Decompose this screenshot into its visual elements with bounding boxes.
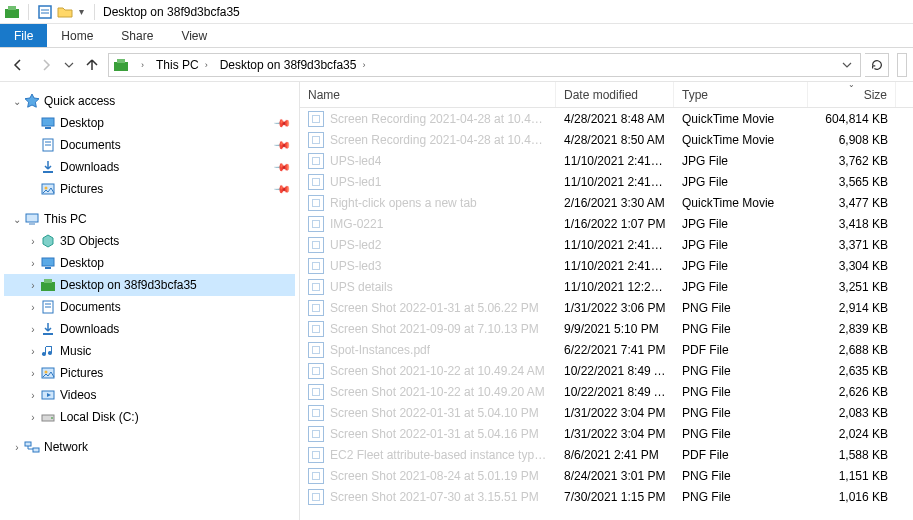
tab-file[interactable]: File [0, 24, 47, 47]
column-header-type[interactable]: Type [674, 82, 808, 107]
desktop-icon [40, 115, 56, 131]
nav-quick-access[interactable]: ⌄ Quick access [4, 90, 295, 112]
downloads-icon [40, 321, 56, 337]
file-row[interactable]: EC2 Fleet attribute-based instance type … [300, 444, 913, 465]
nav-this-pc-item[interactable]: ›3D Objects [4, 230, 295, 252]
nav-quick-access-item[interactable]: ›Desktop📌 [4, 112, 295, 134]
search-box[interactable] [897, 53, 907, 77]
desktop-icon [40, 255, 56, 271]
file-row[interactable]: Spot-Instances.pdf6/22/2021 7:41 PMPDF F… [300, 339, 913, 360]
file-row[interactable]: Screen Shot 2021-09-09 at 7.10.13 PM9/9/… [300, 318, 913, 339]
tab-view[interactable]: View [167, 24, 221, 47]
cell-size: 2,083 KB [808, 406, 896, 420]
recent-locations-dropdown[interactable] [62, 53, 76, 77]
file-row[interactable]: UPS-led411/10/2021 2:41 PMJPG File3,762 … [300, 150, 913, 171]
nav-this-pc-item[interactable]: ›Desktop [4, 252, 295, 274]
file-row[interactable]: Screen Shot 2021-10-22 at 10.49.20 AM10/… [300, 381, 913, 402]
nav-label: Downloads [60, 160, 119, 174]
expand-icon[interactable]: › [10, 442, 24, 453]
file-row[interactable]: UPS details11/10/2021 12:21 ...JPG File3… [300, 276, 913, 297]
file-row[interactable]: Screen Recording 2021-04-28 at 10.49.51 … [300, 129, 913, 150]
tab-home[interactable]: Home [47, 24, 107, 47]
expand-icon[interactable]: › [26, 258, 40, 269]
nav-label: Pictures [60, 366, 103, 380]
cell-date: 1/31/2022 3:04 PM [556, 427, 674, 441]
cell-size: 2,914 KB [808, 301, 896, 315]
cell-type: QuickTime Movie [674, 133, 808, 147]
file-row[interactable]: Screen Shot 2021-10-22 at 10.49.24 AM10/… [300, 360, 913, 381]
file-name: Screen Shot 2022-01-31 at 5.04.10 PM [330, 406, 539, 420]
cell-type: QuickTime Movie [674, 196, 808, 210]
folder-icon[interactable] [57, 4, 73, 20]
file-row[interactable]: Screen Recording 2021-04-28 at 10.44.05 … [300, 108, 913, 129]
file-name: Screen Shot 2022-01-31 at 5.06.22 PM [330, 301, 539, 315]
file-row[interactable]: UPS-led111/10/2021 2:41 PMJPG File3,565 … [300, 171, 913, 192]
back-button[interactable] [6, 53, 30, 77]
ribbon-tabs: File Home Share View [0, 24, 913, 48]
forward-button[interactable] [34, 53, 58, 77]
breadcrumb-current[interactable]: Desktop on 38f9d3bcfa35› [216, 58, 370, 72]
file-row[interactable]: Screen Shot 2022-01-31 at 5.04.10 PM1/31… [300, 402, 913, 423]
file-row[interactable]: Screen Shot 2022-01-31 at 5.04.16 PM1/31… [300, 423, 913, 444]
cell-size: 2,839 KB [808, 322, 896, 336]
nav-quick-access-item[interactable]: ›Pictures📌 [4, 178, 295, 200]
file-row[interactable]: Screen Shot 2021-08-24 at 5.01.19 PM8/24… [300, 465, 913, 486]
expand-icon[interactable]: › [26, 324, 40, 335]
column-header-size[interactable]: ⌄ Size [808, 82, 896, 107]
cell-type: PNG File [674, 406, 808, 420]
nav-this-pc-item[interactable]: ›Downloads [4, 318, 295, 340]
separator [28, 4, 29, 20]
properties-icon[interactable] [37, 4, 53, 20]
nav-label: Local Disk (C:) [60, 410, 139, 424]
file-row[interactable]: Screen Shot 2021-07-30 at 3.15.51 PM7/30… [300, 486, 913, 507]
breadcrumb-root[interactable]: › [133, 60, 148, 70]
column-header-date[interactable]: Date modified [556, 82, 674, 107]
file-row[interactable]: UPS-led311/10/2021 2:41 PMJPG File3,304 … [300, 255, 913, 276]
collapse-icon[interactable]: ⌄ [10, 96, 24, 107]
expand-icon[interactable]: › [26, 302, 40, 313]
qat-dropdown-icon[interactable]: ▾ [77, 6, 86, 17]
nav-group-quick-access: ⌄ Quick access ›Desktop📌›Documents📌›Down… [4, 90, 295, 200]
nav-network[interactable]: › Network [4, 436, 295, 458]
cell-type: PDF File [674, 448, 808, 462]
file-icon [308, 468, 324, 484]
nav-this-pc-item[interactable]: ›Documents [4, 296, 295, 318]
expand-icon[interactable]: › [26, 390, 40, 401]
nav-label: Documents [60, 138, 121, 152]
cell-type: JPG File [674, 154, 808, 168]
cell-type: JPG File [674, 280, 808, 294]
nav-this-pc[interactable]: ⌄ This PC [4, 208, 295, 230]
refresh-button[interactable] [865, 53, 889, 77]
nav-quick-access-item[interactable]: ›Downloads📌 [4, 156, 295, 178]
collapse-icon[interactable]: ⌄ [10, 214, 24, 225]
nav-this-pc-item[interactable]: ›Music [4, 340, 295, 362]
breadcrumb-this-pc[interactable]: This PC› [152, 58, 212, 72]
file-row[interactable]: Screen Shot 2022-01-31 at 5.06.22 PM1/31… [300, 297, 913, 318]
column-header-name[interactable]: Name [300, 82, 556, 107]
nav-this-pc-item[interactable]: ›Videos [4, 384, 295, 406]
svg-point-26 [45, 371, 48, 374]
file-rows[interactable]: Screen Recording 2021-04-28 at 10.44.05 … [300, 108, 913, 520]
svg-point-29 [51, 417, 53, 419]
nav-this-pc-item[interactable]: ›Local Disk (C:) [4, 406, 295, 428]
tab-share[interactable]: Share [107, 24, 167, 47]
expand-icon[interactable]: › [26, 280, 40, 291]
nav-quick-access-item[interactable]: ›Documents📌 [4, 134, 295, 156]
file-row[interactable]: Right-click opens a new tab2/16/2021 3:3… [300, 192, 913, 213]
file-icon [308, 279, 324, 295]
expand-icon[interactable]: › [26, 236, 40, 247]
file-row[interactable]: UPS-led211/10/2021 2:41 PMJPG File3,371 … [300, 234, 913, 255]
address-dropdown-icon[interactable] [838, 53, 856, 77]
svg-rect-20 [44, 279, 52, 283]
expand-icon[interactable]: › [26, 346, 40, 357]
address-bar[interactable]: › This PC› Desktop on 38f9d3bcfa35› [108, 53, 861, 77]
expand-icon[interactable]: › [26, 368, 40, 379]
expand-icon[interactable]: › [26, 412, 40, 423]
file-row[interactable]: IMG-02211/16/2022 1:07 PMJPG File3,418 K… [300, 213, 913, 234]
navigation-pane[interactable]: ⌄ Quick access ›Desktop📌›Documents📌›Down… [0, 82, 300, 520]
up-button[interactable] [80, 53, 104, 77]
nav-this-pc-item[interactable]: ›Desktop on 38f9d3bcfa35 [4, 274, 295, 296]
nav-this-pc-item[interactable]: ›Pictures [4, 362, 295, 384]
svg-rect-6 [117, 59, 125, 63]
cell-name: UPS-led1 [300, 174, 556, 190]
